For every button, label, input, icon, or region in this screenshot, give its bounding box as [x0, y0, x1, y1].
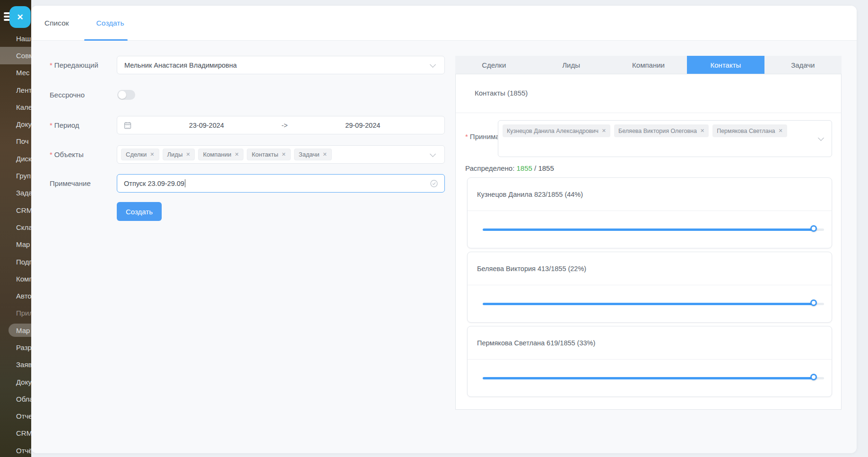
remove-icon[interactable]: ✕: [234, 151, 239, 158]
tab-companies[interactable]: Компании: [610, 56, 687, 74]
sidebar-menu: Наш Совм Мес Лент Кале Доку Поч Диск Гру…: [0, 30, 31, 457]
note-input[interactable]: Отпуск 23.09-29.09: [117, 174, 445, 193]
toggle-knob: [118, 91, 126, 99]
slider-handle[interactable]: [810, 299, 817, 306]
sidebar-item[interactable]: Кале: [0, 98, 31, 115]
sidebar-item[interactable]: Мар: [0, 236, 31, 253]
slider-fill: [483, 228, 815, 231]
sidebar-item-label: Авто: [16, 292, 31, 300]
recipients-multiselect[interactable]: Кузнецов Данила Александрович✕ Беляева В…: [498, 120, 832, 157]
sidebar-item[interactable]: Лент: [0, 81, 31, 98]
sidebar-item[interactable]: Доку: [0, 373, 31, 390]
tab-list-view[interactable]: Список: [44, 19, 69, 27]
period-arrow: ->: [282, 122, 288, 129]
slider-track[interactable]: [483, 228, 824, 231]
remove-icon[interactable]: ✕: [150, 151, 154, 158]
sidebar-item[interactable]: Подп: [0, 253, 31, 270]
slider-track[interactable]: [483, 377, 824, 379]
sidebar-item-label: Наш: [16, 35, 31, 43]
tab-contacts[interactable]: Контакты: [687, 56, 764, 74]
sidebar-item[interactable]: Заяв: [0, 356, 31, 373]
sidebar-item[interactable]: Отчё: [0, 442, 31, 457]
card-header: [31, 6, 857, 41]
recipient-chip: Пермякова Светлана✕: [712, 124, 787, 137]
sidebar-item-label: Отчё: [16, 447, 31, 455]
required-marker: *: [465, 132, 468, 141]
tab-tasks[interactable]: Задачи: [764, 56, 842, 74]
slider-handle[interactable]: [810, 225, 817, 232]
distribution-card-label: Пермякова Светлана 619/1855 (33%): [468, 326, 832, 360]
sidebar-item[interactable]: Обла: [0, 390, 31, 407]
calendar-icon: [124, 122, 131, 129]
distribution-card: Кузнецов Данила 823/1855 (44%): [467, 177, 832, 248]
distribution-slider[interactable]: [468, 360, 832, 396]
sidebar-item-active[interactable]: Мар: [0, 322, 31, 339]
sidebar-item-label: Лент: [16, 86, 31, 94]
distribution-slider[interactable]: [468, 285, 832, 322]
object-chip: Контакты✕: [247, 149, 290, 160]
sidebar-item-label: Поч: [16, 137, 29, 145]
sidebar-item[interactable]: Комп: [0, 270, 31, 287]
sidebar-item-label: CRM: [16, 206, 31, 214]
chevron-down-icon: [430, 62, 436, 68]
tab-leads[interactable]: Лиды: [532, 56, 609, 74]
period-end-date[interactable]: 29-09-2024: [287, 122, 438, 129]
sidebar-item[interactable]: Зада: [0, 185, 31, 202]
view-tabs: Список Создать: [44, 6, 124, 41]
sender-label: *Передающий: [50, 61, 98, 69]
sidebar-item[interactable]: Прил: [0, 305, 31, 322]
sidebar-item[interactable]: Диск: [0, 150, 31, 167]
object-chip: Лиды✕: [163, 149, 195, 160]
slider-handle[interactable]: [810, 374, 817, 380]
sender-value: Мельник Анастасия Владимировна: [117, 62, 237, 69]
sidebar-item[interactable]: Доку: [0, 115, 31, 132]
sidebar-item-label: Доку: [16, 120, 31, 128]
sidebar: Наш Совм Мес Лент Кале Доку Поч Диск Гру…: [0, 0, 31, 457]
indefinite-label: Бессрочно: [50, 91, 85, 99]
close-button[interactable]: ✕: [9, 6, 31, 28]
sidebar-item-label: Кале: [16, 103, 31, 111]
text-caret: [185, 179, 185, 187]
sidebar-item[interactable]: Поч: [0, 133, 31, 150]
required-marker: *: [50, 61, 52, 69]
sidebar-item[interactable]: CRM: [0, 425, 31, 442]
required-marker: *: [50, 121, 52, 129]
sidebar-item[interactable]: Отче: [0, 408, 31, 425]
sidebar-item-label: CRM: [16, 429, 31, 437]
period-range-input[interactable]: 23-09-2024 -> 29-09-2024: [117, 116, 445, 134]
create-button[interactable]: Создать: [117, 202, 162, 221]
distribution-slider[interactable]: [468, 211, 832, 248]
sidebar-item[interactable]: Скла: [0, 219, 31, 236]
tab-create[interactable]: Создать: [96, 19, 124, 27]
recipient-chip: Беляева Виктория Олеговна✕: [614, 124, 709, 137]
sidebar-item-label: Диск: [16, 155, 31, 163]
indefinite-toggle[interactable]: [117, 90, 135, 100]
sidebar-item[interactable]: Совм: [0, 47, 31, 64]
remove-icon[interactable]: ✕: [322, 151, 327, 158]
sidebar-item[interactable]: Мес: [0, 64, 31, 81]
period-label: *Период: [50, 121, 79, 129]
sidebar-item[interactable]: Разр: [0, 339, 31, 356]
distributed-status: Распределено: 1855 / 1855: [465, 164, 554, 172]
sidebar-item-label: Разр: [16, 343, 31, 352]
period-start-date[interactable]: 23-09-2024: [131, 122, 282, 129]
sidebar-item[interactable]: Груп: [0, 167, 31, 184]
distribution-card-label: Беляева Виктория 413/1855 (22%): [468, 252, 832, 285]
objects-multiselect[interactable]: Сделки✕ Лиды✕ Компании✕ Контакты✕ Задачи…: [117, 145, 445, 164]
remove-icon[interactable]: ✕: [700, 128, 704, 134]
sender-select[interactable]: Мельник Анастасия Владимировна: [117, 56, 445, 74]
sidebar-item-label: Прил: [16, 309, 31, 317]
remove-icon[interactable]: ✕: [186, 151, 190, 158]
slider-track[interactable]: [483, 303, 824, 305]
sidebar-item[interactable]: Авто: [0, 287, 31, 304]
sidebar-item[interactable]: CRM: [0, 202, 31, 219]
sidebar-item-label: Обла: [16, 395, 31, 403]
remove-icon[interactable]: ✕: [282, 151, 286, 158]
remove-icon[interactable]: ✕: [602, 128, 606, 134]
slider-fill: [483, 377, 815, 379]
remove-icon[interactable]: ✕: [779, 128, 783, 134]
sidebar-item-label: Мес: [16, 69, 30, 77]
sidebar-item-label: Мар: [16, 240, 30, 248]
sidebar-item[interactable]: Наш: [0, 30, 31, 47]
tab-deals[interactable]: Сделки: [455, 56, 532, 74]
